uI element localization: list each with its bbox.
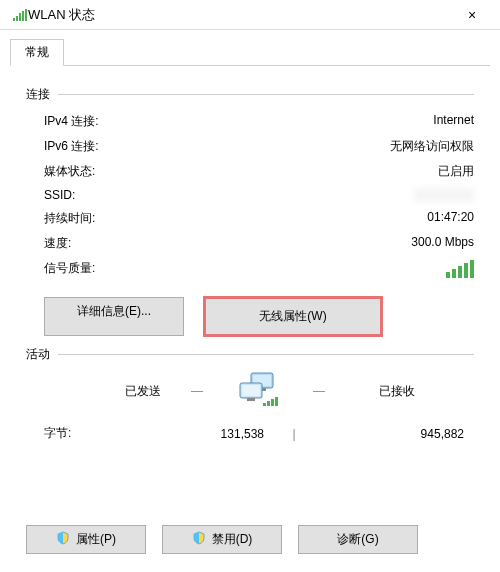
close-button[interactable]: × — [452, 7, 492, 23]
wireless-properties-button[interactable]: 无线属性(W) — [204, 297, 382, 336]
tabs: 常规 — [0, 30, 500, 65]
row-ssid: SSID: — [26, 184, 474, 206]
properties-button-label: 属性(P) — [76, 531, 116, 548]
vertical-divider: | — [264, 427, 324, 441]
ipv4-value: Internet — [433, 113, 474, 130]
row-media: 媒体状态: 已启用 — [26, 159, 474, 184]
shield-icon — [56, 531, 70, 548]
dash-icon: — — [191, 384, 203, 398]
svg-rect-0 — [13, 18, 15, 21]
disable-button[interactable]: 禁用(D) — [162, 525, 282, 554]
ssid-label: SSID: — [44, 188, 75, 202]
bytes-received-value: 945,882 — [324, 427, 474, 441]
activity-group-header: 活动 — [26, 346, 474, 363]
signal-label: 信号质量: — [44, 260, 95, 281]
speed-value: 300.0 Mbps — [411, 235, 474, 252]
bytes-label: 字节: — [44, 425, 134, 442]
svg-rect-4 — [25, 9, 27, 21]
media-value: 已启用 — [438, 163, 474, 180]
duration-value: 01:47:20 — [427, 210, 474, 227]
svg-rect-1 — [16, 16, 18, 21]
sent-label: 已发送 — [125, 383, 161, 400]
bytes-row: 字节: 131,538 | 945,882 — [26, 421, 474, 446]
svg-rect-9 — [242, 385, 260, 396]
disable-button-label: 禁用(D) — [212, 531, 253, 548]
speed-label: 速度: — [44, 235, 71, 252]
diagnose-button[interactable]: 诊断(G) — [298, 525, 418, 554]
svg-rect-13 — [271, 399, 274, 406]
ipv6-value: 无网络访问权限 — [390, 138, 474, 155]
titlebar: WLAN 状态 × — [0, 0, 500, 30]
row-speed: 速度: 300.0 Mbps — [26, 231, 474, 256]
connection-buttons: 详细信息(E)... 无线属性(W) — [44, 297, 474, 336]
svg-rect-2 — [19, 13, 21, 21]
connection-header-label: 连接 — [26, 86, 50, 103]
divider — [58, 354, 474, 355]
activity-icons-row: 已发送 — — 已接收 — [26, 371, 474, 411]
window-title: WLAN 状态 — [28, 6, 452, 24]
svg-rect-11 — [263, 403, 266, 406]
row-signal: 信号质量: — [26, 256, 474, 285]
media-label: 媒体状态: — [44, 163, 95, 180]
svg-rect-3 — [22, 11, 24, 21]
wifi-icon — [12, 8, 28, 22]
svg-rect-14 — [275, 397, 278, 406]
bottom-buttons: 属性(P) 禁用(D) 诊断(G) — [26, 525, 418, 554]
bytes-sent-value: 131,538 — [134, 427, 264, 441]
diagnose-button-label: 诊断(G) — [337, 531, 378, 548]
ipv4-label: IPv4 连接: — [44, 113, 99, 130]
connection-group-header: 连接 — [26, 86, 474, 103]
tab-general[interactable]: 常规 — [10, 39, 64, 66]
shield-icon — [192, 531, 206, 548]
ssid-value — [414, 188, 474, 202]
duration-label: 持续时间: — [44, 210, 95, 227]
svg-rect-10 — [247, 398, 255, 401]
received-label: 已接收 — [355, 383, 415, 400]
details-button[interactable]: 详细信息(E)... — [44, 297, 184, 336]
ipv6-label: IPv6 连接: — [44, 138, 99, 155]
dash-icon: — — [313, 384, 325, 398]
signal-bars-icon — [446, 260, 474, 281]
svg-rect-12 — [267, 401, 270, 406]
row-ipv4: IPv4 连接: Internet — [26, 109, 474, 134]
row-duration: 持续时间: 01:47:20 — [26, 206, 474, 231]
network-computers-icon — [233, 371, 283, 411]
activity-header-label: 活动 — [26, 346, 50, 363]
divider — [58, 94, 474, 95]
activity-panel: 已发送 — — 已接收 字节: 1 — [26, 371, 474, 446]
row-ipv6: IPv6 连接: 无网络访问权限 — [26, 134, 474, 159]
properties-button[interactable]: 属性(P) — [26, 525, 146, 554]
content: 连接 IPv4 连接: Internet IPv6 连接: 无网络访问权限 媒体… — [0, 66, 500, 456]
